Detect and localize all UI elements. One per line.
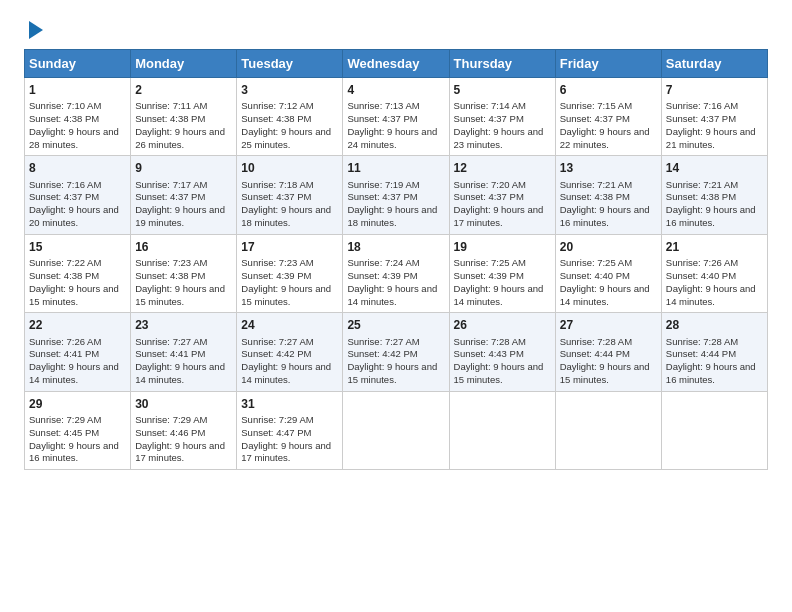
calendar-header-thursday: Thursday: [449, 50, 555, 78]
day-number: 24: [241, 317, 338, 333]
cell-sunrise: Sunrise: 7:14 AMSunset: 4:37 PMDaylight:…: [454, 100, 544, 149]
calendar-cell: 21Sunrise: 7:26 AMSunset: 4:40 PMDayligh…: [661, 234, 767, 312]
calendar-cell: 18Sunrise: 7:24 AMSunset: 4:39 PMDayligh…: [343, 234, 449, 312]
calendar-cell: 13Sunrise: 7:21 AMSunset: 4:38 PMDayligh…: [555, 156, 661, 234]
cell-sunrise: Sunrise: 7:28 AMSunset: 4:44 PMDaylight:…: [666, 336, 756, 385]
cell-sunrise: Sunrise: 7:18 AMSunset: 4:37 PMDaylight:…: [241, 179, 331, 228]
cell-sunrise: Sunrise: 7:15 AMSunset: 4:37 PMDaylight:…: [560, 100, 650, 149]
calendar-cell: 26Sunrise: 7:28 AMSunset: 4:43 PMDayligh…: [449, 313, 555, 391]
calendar-cell: 1Sunrise: 7:10 AMSunset: 4:38 PMDaylight…: [25, 78, 131, 156]
calendar-cell: 22Sunrise: 7:26 AMSunset: 4:41 PMDayligh…: [25, 313, 131, 391]
calendar-cell: 12Sunrise: 7:20 AMSunset: 4:37 PMDayligh…: [449, 156, 555, 234]
day-number: 19: [454, 239, 551, 255]
cell-sunrise: Sunrise: 7:10 AMSunset: 4:38 PMDaylight:…: [29, 100, 119, 149]
calendar-week-row: 22Sunrise: 7:26 AMSunset: 4:41 PMDayligh…: [25, 313, 768, 391]
cell-sunrise: Sunrise: 7:24 AMSunset: 4:39 PMDaylight:…: [347, 257, 437, 306]
calendar-cell: 19Sunrise: 7:25 AMSunset: 4:39 PMDayligh…: [449, 234, 555, 312]
day-number: 22: [29, 317, 126, 333]
cell-sunrise: Sunrise: 7:17 AMSunset: 4:37 PMDaylight:…: [135, 179, 225, 228]
cell-sunrise: Sunrise: 7:25 AMSunset: 4:40 PMDaylight:…: [560, 257, 650, 306]
calendar-cell: 29Sunrise: 7:29 AMSunset: 4:45 PMDayligh…: [25, 391, 131, 469]
day-number: 28: [666, 317, 763, 333]
calendar-header-row: SundayMondayTuesdayWednesdayThursdayFrid…: [25, 50, 768, 78]
calendar-week-row: 15Sunrise: 7:22 AMSunset: 4:38 PMDayligh…: [25, 234, 768, 312]
cell-sunrise: Sunrise: 7:23 AMSunset: 4:39 PMDaylight:…: [241, 257, 331, 306]
calendar-cell: 4Sunrise: 7:13 AMSunset: 4:37 PMDaylight…: [343, 78, 449, 156]
cell-sunrise: Sunrise: 7:27 AMSunset: 4:42 PMDaylight:…: [241, 336, 331, 385]
cell-sunrise: Sunrise: 7:20 AMSunset: 4:37 PMDaylight:…: [454, 179, 544, 228]
calendar-cell: 24Sunrise: 7:27 AMSunset: 4:42 PMDayligh…: [237, 313, 343, 391]
calendar-cell: [449, 391, 555, 469]
calendar-header-friday: Friday: [555, 50, 661, 78]
day-number: 14: [666, 160, 763, 176]
calendar-cell: 27Sunrise: 7:28 AMSunset: 4:44 PMDayligh…: [555, 313, 661, 391]
calendar-cell: 30Sunrise: 7:29 AMSunset: 4:46 PMDayligh…: [131, 391, 237, 469]
calendar-week-row: 1Sunrise: 7:10 AMSunset: 4:38 PMDaylight…: [25, 78, 768, 156]
calendar-cell: 17Sunrise: 7:23 AMSunset: 4:39 PMDayligh…: [237, 234, 343, 312]
cell-sunrise: Sunrise: 7:28 AMSunset: 4:43 PMDaylight:…: [454, 336, 544, 385]
day-number: 21: [666, 239, 763, 255]
day-number: 1: [29, 82, 126, 98]
day-number: 4: [347, 82, 444, 98]
day-number: 5: [454, 82, 551, 98]
calendar-cell: 28Sunrise: 7:28 AMSunset: 4:44 PMDayligh…: [661, 313, 767, 391]
day-number: 23: [135, 317, 232, 333]
day-number: 17: [241, 239, 338, 255]
day-number: 16: [135, 239, 232, 255]
calendar-week-row: 29Sunrise: 7:29 AMSunset: 4:45 PMDayligh…: [25, 391, 768, 469]
cell-sunrise: Sunrise: 7:11 AMSunset: 4:38 PMDaylight:…: [135, 100, 225, 149]
calendar-cell: [555, 391, 661, 469]
cell-sunrise: Sunrise: 7:26 AMSunset: 4:41 PMDaylight:…: [29, 336, 119, 385]
day-number: 31: [241, 396, 338, 412]
day-number: 6: [560, 82, 657, 98]
calendar-cell: 14Sunrise: 7:21 AMSunset: 4:38 PMDayligh…: [661, 156, 767, 234]
cell-sunrise: Sunrise: 7:19 AMSunset: 4:37 PMDaylight:…: [347, 179, 437, 228]
cell-sunrise: Sunrise: 7:12 AMSunset: 4:38 PMDaylight:…: [241, 100, 331, 149]
calendar-cell: 8Sunrise: 7:16 AMSunset: 4:37 PMDaylight…: [25, 156, 131, 234]
calendar-cell: [343, 391, 449, 469]
calendar-cell: 16Sunrise: 7:23 AMSunset: 4:38 PMDayligh…: [131, 234, 237, 312]
cell-sunrise: Sunrise: 7:29 AMSunset: 4:47 PMDaylight:…: [241, 414, 331, 463]
calendar-header-saturday: Saturday: [661, 50, 767, 78]
cell-sunrise: Sunrise: 7:16 AMSunset: 4:37 PMDaylight:…: [29, 179, 119, 228]
calendar-header-wednesday: Wednesday: [343, 50, 449, 78]
cell-sunrise: Sunrise: 7:28 AMSunset: 4:44 PMDaylight:…: [560, 336, 650, 385]
day-number: 11: [347, 160, 444, 176]
calendar-week-row: 8Sunrise: 7:16 AMSunset: 4:37 PMDaylight…: [25, 156, 768, 234]
day-number: 15: [29, 239, 126, 255]
day-number: 8: [29, 160, 126, 176]
calendar-cell: 25Sunrise: 7:27 AMSunset: 4:42 PMDayligh…: [343, 313, 449, 391]
calendar-cell: 31Sunrise: 7:29 AMSunset: 4:47 PMDayligh…: [237, 391, 343, 469]
day-number: 20: [560, 239, 657, 255]
cell-sunrise: Sunrise: 7:22 AMSunset: 4:38 PMDaylight:…: [29, 257, 119, 306]
calendar-header-tuesday: Tuesday: [237, 50, 343, 78]
day-number: 3: [241, 82, 338, 98]
calendar-cell: 23Sunrise: 7:27 AMSunset: 4:41 PMDayligh…: [131, 313, 237, 391]
cell-sunrise: Sunrise: 7:29 AMSunset: 4:45 PMDaylight:…: [29, 414, 119, 463]
calendar-cell: 7Sunrise: 7:16 AMSunset: 4:37 PMDaylight…: [661, 78, 767, 156]
day-number: 26: [454, 317, 551, 333]
calendar-cell: 3Sunrise: 7:12 AMSunset: 4:38 PMDaylight…: [237, 78, 343, 156]
cell-sunrise: Sunrise: 7:29 AMSunset: 4:46 PMDaylight:…: [135, 414, 225, 463]
calendar-cell: 15Sunrise: 7:22 AMSunset: 4:38 PMDayligh…: [25, 234, 131, 312]
day-number: 18: [347, 239, 444, 255]
cell-sunrise: Sunrise: 7:21 AMSunset: 4:38 PMDaylight:…: [666, 179, 756, 228]
calendar-table: SundayMondayTuesdayWednesdayThursdayFrid…: [24, 49, 768, 470]
cell-sunrise: Sunrise: 7:16 AMSunset: 4:37 PMDaylight:…: [666, 100, 756, 149]
calendar-cell: 20Sunrise: 7:25 AMSunset: 4:40 PMDayligh…: [555, 234, 661, 312]
day-number: 13: [560, 160, 657, 176]
day-number: 30: [135, 396, 232, 412]
day-number: 9: [135, 160, 232, 176]
calendar-cell: [661, 391, 767, 469]
cell-sunrise: Sunrise: 7:13 AMSunset: 4:37 PMDaylight:…: [347, 100, 437, 149]
cell-sunrise: Sunrise: 7:26 AMSunset: 4:40 PMDaylight:…: [666, 257, 756, 306]
logo: [24, 20, 43, 39]
cell-sunrise: Sunrise: 7:25 AMSunset: 4:39 PMDaylight:…: [454, 257, 544, 306]
calendar-cell: 10Sunrise: 7:18 AMSunset: 4:37 PMDayligh…: [237, 156, 343, 234]
cell-sunrise: Sunrise: 7:23 AMSunset: 4:38 PMDaylight:…: [135, 257, 225, 306]
calendar-cell: 5Sunrise: 7:14 AMSunset: 4:37 PMDaylight…: [449, 78, 555, 156]
page-header: [24, 20, 768, 39]
cell-sunrise: Sunrise: 7:21 AMSunset: 4:38 PMDaylight:…: [560, 179, 650, 228]
calendar-header-monday: Monday: [131, 50, 237, 78]
calendar-cell: 6Sunrise: 7:15 AMSunset: 4:37 PMDaylight…: [555, 78, 661, 156]
